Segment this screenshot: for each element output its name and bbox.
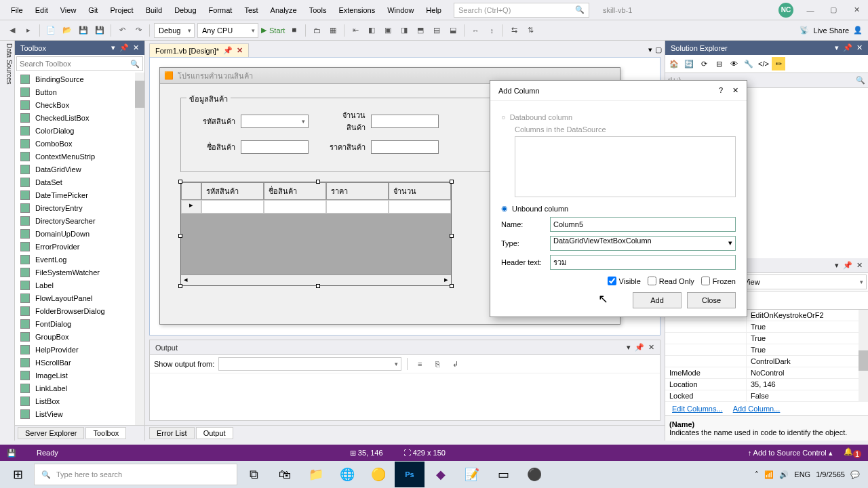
close-button[interactable]: ✕	[850, 5, 863, 14]
bottom-tab[interactable]: Error List	[149, 427, 195, 439]
undo-button[interactable]: ↶	[115, 24, 129, 37]
align-left-icon[interactable]: ◧	[365, 24, 378, 37]
start-button[interactable]: ⊞	[3, 462, 33, 487]
combobox[interactable]	[241, 115, 309, 128]
header-input[interactable]	[550, 255, 736, 270]
property-row[interactable]: True	[665, 333, 868, 344]
toolbox-item[interactable]: BindingSource	[15, 73, 144, 85]
close-button[interactable]: Close	[687, 292, 736, 308]
menu-git[interactable]: Git	[83, 3, 103, 17]
save-all-button[interactable]: 💾	[93, 24, 106, 37]
window-icon[interactable]: ▢	[655, 45, 662, 54]
chrome-icon[interactable]: 🟡	[363, 462, 393, 487]
toolbox-search-input[interactable]	[20, 60, 130, 68]
toolbox-item[interactable]: HScrollBar	[15, 356, 144, 369]
explorer-icon[interactable]: 📁	[301, 462, 331, 487]
wrap-icon[interactable]: ↲	[448, 357, 462, 371]
output-source-combo[interactable]	[218, 357, 401, 371]
toolbox-search[interactable]: 🔍	[16, 56, 143, 71]
dropdown-icon[interactable]: ▾	[648, 45, 652, 54]
textbox[interactable]	[241, 140, 309, 154]
edit-columns-link[interactable]: Edit Columns...	[668, 402, 727, 415]
readonly-check[interactable]: Read Only	[648, 277, 694, 285]
code-icon[interactable]: </>	[757, 57, 770, 70]
menu-edit[interactable]: Edit	[30, 3, 54, 17]
platform-combo[interactable]: Any CPU	[197, 23, 258, 38]
align-center-icon[interactable]: ▣	[381, 24, 395, 37]
spacing2-icon[interactable]: ⇅	[524, 24, 537, 37]
home-icon[interactable]: 🏠	[667, 57, 681, 70]
scrollbar[interactable]	[859, 310, 868, 402]
pin-icon[interactable]: 📌	[843, 261, 852, 270]
align-bottom-icon[interactable]: ⬓	[446, 24, 460, 37]
store-icon[interactable]: 🛍	[270, 462, 300, 487]
property-row[interactable]: True	[665, 344, 868, 356]
frozen-check[interactable]: Frozen	[701, 277, 736, 285]
toolbox-item[interactable]: ImageList	[15, 369, 144, 382]
menu-project[interactable]: Project	[104, 3, 138, 17]
network-icon[interactable]: 📶	[764, 470, 774, 479]
toolbox-item[interactable]: DateTimePicker	[15, 188, 144, 201]
toolbox-item[interactable]: DirectoryEntry	[15, 201, 144, 214]
property-row[interactable]: Location35, 146	[665, 379, 868, 390]
toggle-icon[interactable]: ⎘	[431, 357, 444, 371]
align-mid-icon[interactable]: ▤	[430, 24, 443, 37]
pin-icon[interactable]: 📌	[843, 43, 852, 52]
unbound-radio[interactable]: ◉Unbound column	[501, 204, 736, 213]
stop-button[interactable]: ◾	[288, 24, 301, 37]
close-icon[interactable]: ✕	[856, 43, 863, 52]
live-share-button[interactable]: Live Share	[813, 26, 849, 35]
config-combo[interactable]: Debug	[154, 23, 195, 38]
toolbox-item[interactable]: GroupBox	[15, 330, 144, 343]
forward-button[interactable]: ▸	[22, 24, 35, 37]
vs-icon[interactable]: ◆	[426, 462, 456, 487]
menu-build[interactable]: Build	[140, 3, 167, 17]
close-icon[interactable]: ✕	[648, 343, 654, 352]
toolbox-item[interactable]: DomainUpDown	[15, 227, 144, 240]
lang-icon[interactable]: ENG	[794, 470, 810, 479]
menu-debug[interactable]: Debug	[169, 3, 201, 17]
notification-icon[interactable]: 💬	[850, 470, 860, 479]
system-tray[interactable]: ˄ 📶 🔊 ENG 1/9/2565 💬	[755, 470, 865, 479]
user-avatar[interactable]: NC	[778, 3, 793, 18]
close-icon[interactable]: ✕	[732, 86, 738, 95]
task-view-icon[interactable]: ⧉	[239, 462, 269, 487]
open-button[interactable]: 📂	[60, 24, 74, 37]
volume-icon[interactable]: 🔊	[779, 470, 789, 479]
menu-file[interactable]: File	[5, 3, 28, 17]
toolbox-item[interactable]: FontDialog	[15, 317, 144, 330]
toolbox-item[interactable]: FlowLayoutPanel	[15, 291, 144, 304]
align-icon[interactable]: ⇤	[349, 24, 362, 37]
browse-icon[interactable]: 🗀	[310, 24, 323, 37]
live-share-icon[interactable]: 📡	[800, 26, 809, 35]
property-row[interactable]: True	[665, 321, 868, 333]
type-combo[interactable]: DataGridViewTextBoxColumn	[550, 236, 736, 251]
toolbox-item[interactable]: CheckBox	[15, 98, 144, 111]
pin2-icon[interactable]: 📌	[119, 43, 129, 52]
tray-up-icon[interactable]: ˄	[755, 470, 759, 479]
pin-icon[interactable]: 📌	[635, 343, 644, 352]
toolbox-item[interactable]: ErrorProvider	[15, 240, 144, 253]
clear-icon[interactable]: ≡	[413, 357, 427, 371]
menu-help[interactable]: Help	[420, 3, 447, 17]
toolbox-item[interactable]: LinkLabel	[15, 382, 144, 394]
menu-extensions[interactable]: Extensions	[333, 3, 380, 17]
toolbox-item[interactable]: Label	[15, 279, 144, 291]
search-icon[interactable]: 🔍	[856, 76, 865, 85]
toolbox-item[interactable]: HelpProvider	[15, 343, 144, 356]
property-row[interactable]: ControlDark	[665, 356, 868, 367]
toolbox-item[interactable]: ListView	[15, 407, 144, 420]
datagridview[interactable]: รหัสสินค้าชื่อสินค้าราคาจำนวน ▸ ◂▸	[180, 182, 452, 286]
taskbar-search[interactable]: 🔍 Type here to search	[34, 464, 237, 485]
start-button[interactable]: ▶ Start	[261, 26, 285, 35]
size2-icon[interactable]: ↕	[485, 24, 498, 37]
property-row[interactable]: ImeModeNoControl	[665, 367, 868, 379]
photoshop-icon[interactable]: Ps	[395, 462, 425, 487]
back-button[interactable]: ◀	[5, 24, 19, 37]
clock[interactable]: 1/9/2565	[816, 470, 845, 479]
menu-analyze[interactable]: Analyze	[265, 3, 302, 17]
app-icon[interactable]: ▭	[488, 462, 518, 487]
visible-check[interactable]: Visible	[608, 277, 641, 285]
save-button[interactable]: 💾	[77, 24, 90, 37]
collapse-icon[interactable]: ⊟	[712, 57, 726, 70]
